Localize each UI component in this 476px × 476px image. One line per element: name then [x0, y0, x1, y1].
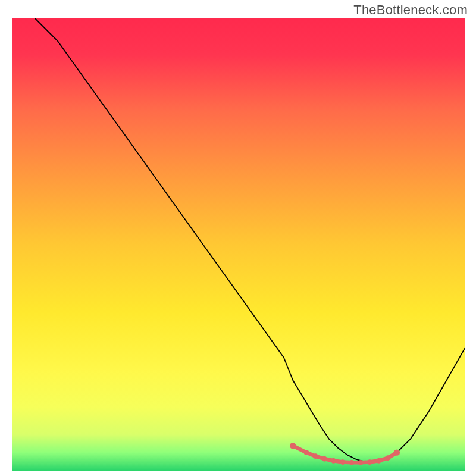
optimal-dot [290, 443, 296, 449]
optimal-dot [349, 460, 355, 465]
optimal-dot [367, 459, 372, 465]
optimal-dot [394, 449, 400, 455]
optimal-dot [385, 455, 390, 461]
optimal-dot [322, 456, 327, 462]
optimal-dot [358, 460, 364, 465]
chart-svg [12, 18, 465, 471]
watermark-text: TheBottleneck.com [353, 2, 468, 18]
optimal-dot [340, 459, 345, 465]
chart-stage: TheBottleneck.com [0, 0, 476, 476]
optimal-dot [313, 453, 318, 459]
optimal-dot [376, 458, 381, 464]
gradient-background [12, 18, 465, 471]
optimal-dot [304, 450, 309, 455]
optimal-dot [331, 458, 336, 464]
plot-area [12, 18, 465, 471]
